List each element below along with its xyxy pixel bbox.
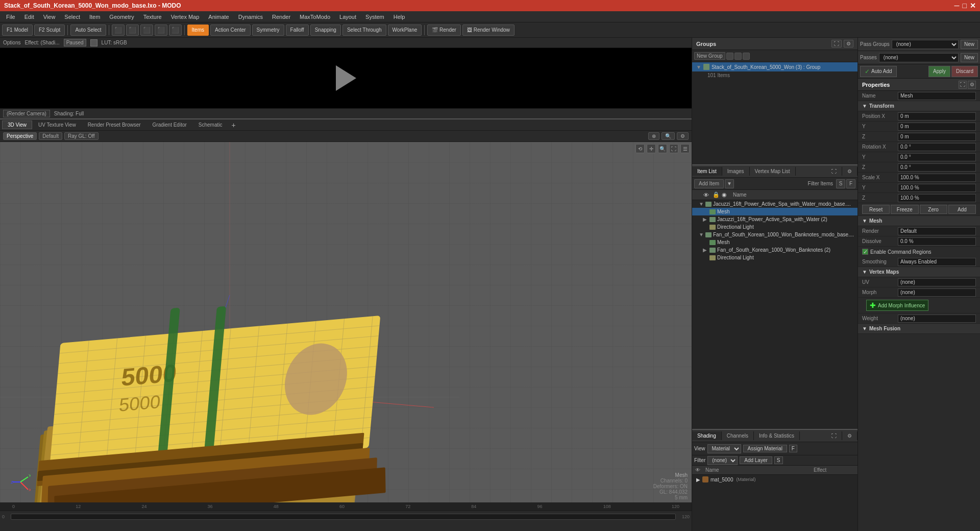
- snapping-btn[interactable]: Snapping: [310, 25, 341, 36]
- tab-gradient-editor[interactable]: Gradient Editor: [147, 120, 192, 129]
- filter-select[interactable]: (none): [707, 456, 738, 465]
- il-expand-5[interactable]: ▼: [699, 232, 704, 237]
- toolbar-icon-5[interactable]: ⬛: [169, 25, 182, 36]
- scale-y-value[interactable]: 100.0 %: [898, 184, 976, 192]
- groups-settings-btn[interactable]: ⚙: [844, 40, 853, 47]
- vertex-maps-section-header[interactable]: ▼ Vertex Maps: [858, 267, 980, 277]
- shading-item-mat5000[interactable]: ▶ mat_5000 (Material): [692, 475, 857, 484]
- auto-select-btn[interactable]: Auto Select: [70, 25, 106, 36]
- tab-3d-view[interactable]: 3D View: [2, 120, 32, 129]
- props-settings-btn[interactable]: ⚙: [968, 81, 976, 89]
- menu-texture[interactable]: Texture: [139, 13, 166, 21]
- vp-zoom-btn[interactable]: 🔍: [662, 132, 675, 140]
- workplane-btn[interactable]: WorkPlane: [388, 25, 422, 36]
- preview-icon[interactable]: [90, 39, 97, 46]
- render-camera-label[interactable]: (Render Camera): [3, 110, 50, 117]
- menu-file[interactable]: File: [2, 13, 19, 21]
- il-expand-3[interactable]: ▶: [703, 216, 708, 222]
- render-window-btn[interactable]: 🖼 Render Window: [462, 25, 514, 36]
- list-item-dirlight-2[interactable]: Directional Light: [692, 254, 857, 261]
- select-through-btn[interactable]: Select Through: [342, 25, 386, 36]
- menu-layout[interactable]: Layout: [335, 13, 360, 21]
- freeze-btn[interactable]: Freeze: [891, 205, 918, 214]
- viewport-3d[interactable]: 5000 5000 5000 HF09210223 D: [0, 142, 692, 502]
- vp-pan-btn[interactable]: ✛: [647, 144, 656, 153]
- itemlist-expand-btn[interactable]: ⛶: [826, 167, 842, 176]
- name-input[interactable]: [898, 92, 976, 100]
- list-item-fan-sub[interactable]: ▶ Fan_of_South_Korean_1000_Won_Banknotes…: [692, 246, 857, 254]
- close-btn[interactable]: ✕: [970, 2, 976, 10]
- pos-x-value[interactable]: 0 m: [898, 112, 976, 120]
- maximize-btn[interactable]: □: [963, 2, 967, 10]
- filter-s-btn[interactable]: S: [836, 179, 845, 188]
- tab-schematic[interactable]: Schematic: [193, 120, 228, 129]
- add-morph-influence-btn[interactable]: ✚ Add Morph Influence: [866, 300, 928, 311]
- apply-btn[interactable]: Apply: [928, 66, 950, 77]
- vp-settings-btn[interactable]: ⚙: [677, 132, 689, 140]
- render-value[interactable]: Default: [898, 227, 976, 235]
- vp-snap-btn[interactable]: ⊕: [648, 132, 659, 140]
- tab-info-statistics[interactable]: Info & Statistics: [754, 431, 800, 440]
- passes-new-btn[interactable]: New: [961, 53, 978, 62]
- list-item-dirlight-1[interactable]: Directional Light: [692, 223, 857, 231]
- list-item-mesh-2[interactable]: Mesh: [692, 238, 857, 246]
- rot-y-value[interactable]: 0.0 °: [898, 153, 976, 161]
- menu-edit[interactable]: Edit: [20, 13, 38, 21]
- add-item-dropdown-btn[interactable]: ▼: [725, 179, 734, 188]
- raygl-btn[interactable]: Ray GL: Off: [64, 132, 99, 140]
- auto-add-btn[interactable]: ✓ Auto Add: [860, 66, 897, 77]
- toolbar-icon-3[interactable]: ⬛: [140, 25, 153, 36]
- f1-model-btn[interactable]: F1 Model: [2, 25, 33, 36]
- toolbar-icon-1[interactable]: ⬛: [112, 25, 125, 36]
- menu-dynamics[interactable]: Dynamics: [234, 13, 267, 21]
- preview-options[interactable]: Options: [3, 40, 20, 45]
- falloff-btn[interactable]: Falloff: [286, 25, 309, 36]
- menu-view[interactable]: View: [39, 13, 60, 21]
- menu-item[interactable]: Item: [85, 13, 104, 21]
- style-btn[interactable]: Default: [39, 132, 62, 140]
- menu-help[interactable]: Help: [389, 13, 409, 21]
- il-expand-1[interactable]: ▼: [699, 201, 704, 207]
- menu-system[interactable]: System: [361, 13, 388, 21]
- list-item-mesh-1[interactable]: Mesh: [692, 208, 857, 215]
- toolbar-icon-2[interactable]: ⬛: [126, 25, 139, 36]
- reset-btn[interactable]: Reset: [862, 205, 890, 214]
- toolbar-icon-4[interactable]: ⬛: [155, 25, 167, 36]
- vp-menu-btn[interactable]: ☰: [680, 144, 690, 153]
- shading-settings-btn[interactable]: ⚙: [842, 431, 857, 440]
- minimize-btn[interactable]: ─: [954, 2, 960, 10]
- pos-y-value[interactable]: 0 m: [898, 123, 976, 131]
- render-btn[interactable]: 🎬 Render: [427, 25, 461, 36]
- menu-maxtomodo[interactable]: MaxToModo: [296, 13, 334, 21]
- groups-expand-btn[interactable]: ⛶: [831, 40, 842, 47]
- timeline-track[interactable]: [11, 514, 676, 520]
- perspective-btn[interactable]: Perspective: [3, 132, 37, 140]
- filter-expand-btn[interactable]: F: [846, 179, 855, 188]
- tab-vertex-map-list[interactable]: Vertex Map List: [750, 167, 796, 176]
- vp-zoom2-btn[interactable]: 🔍: [658, 144, 667, 153]
- weight-value[interactable]: (none): [898, 315, 976, 323]
- tab-item-list[interactable]: Item List: [692, 167, 722, 176]
- shading-expand-btn[interactable]: ⛶: [826, 431, 842, 440]
- rot-z-value[interactable]: 0.0 °: [898, 163, 976, 172]
- pass-groups-select[interactable]: (none): [892, 40, 959, 49]
- f2-sculpt-btn[interactable]: F2 Sculpt: [34, 25, 65, 36]
- il-expand-7[interactable]: ▶: [703, 247, 708, 253]
- tab-render-preset-browser[interactable]: Render Preset Browser: [82, 120, 146, 129]
- tab-channels[interactable]: Channels: [722, 431, 754, 440]
- smoothing-value[interactable]: Always Enabled: [898, 258, 976, 266]
- tab-shading[interactable]: Shading: [692, 431, 722, 440]
- tab-uv-texture-view[interactable]: UV Texture View: [33, 120, 82, 129]
- dissolve-value[interactable]: 0.0 %: [898, 237, 976, 246]
- groups-eye-btn[interactable]: [726, 53, 733, 60]
- symmetry-btn[interactable]: Symmetry: [252, 25, 284, 36]
- itemlist-settings-btn[interactable]: ⚙: [842, 167, 857, 176]
- rot-x-value[interactable]: 0.0 °: [898, 143, 976, 151]
- list-item-jacuzzi-group[interactable]: ▼ Jacuzzi_16ft_Power_Active_Spa_with_Wat…: [692, 200, 857, 208]
- add-transform-btn[interactable]: Add: [948, 205, 976, 214]
- assign-material-btn[interactable]: Assign Material: [743, 445, 787, 452]
- props-expand-btn[interactable]: ⛶: [959, 81, 967, 89]
- scale-z-value[interactable]: 100.0 %: [898, 194, 976, 202]
- group-item-main[interactable]: ▼ Stack_of_South_Korean_5000_Won (3) : G…: [692, 62, 857, 71]
- mat-expand[interactable]: ▶: [696, 477, 700, 482]
